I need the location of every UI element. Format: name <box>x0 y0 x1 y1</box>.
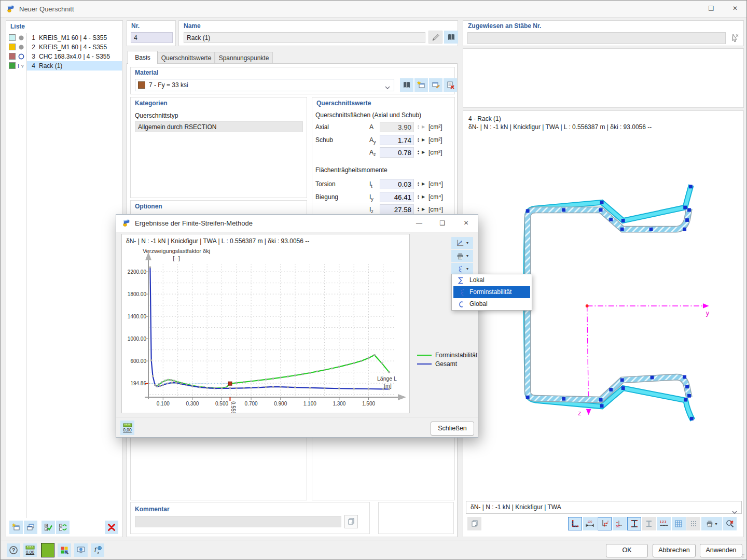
ibeam-disabled-button[interactable] <box>642 517 656 530</box>
palette-button[interactable] <box>58 543 71 557</box>
close-button[interactable]: ✕ <box>724 1 746 17</box>
popup-close-button[interactable]: ✕ <box>454 215 478 231</box>
apply-button[interactable]: Anwenden <box>700 544 742 557</box>
popup-minimize-button[interactable]: — <box>408 215 431 231</box>
value-row: TorsionIt▲▼▶[cm⁴] <box>312 179 454 190</box>
kommentar-copy-button[interactable] <box>344 515 358 528</box>
value-input[interactable] <box>380 179 414 189</box>
pick-members-button[interactable] <box>727 31 742 45</box>
svg-text:194.86: 194.86 <box>130 381 146 386</box>
display-button[interactable] <box>74 543 88 557</box>
popup-separator <box>116 417 478 417</box>
library-button[interactable] <box>444 31 458 44</box>
menu-item-global[interactable]: Global <box>452 298 532 310</box>
nr-label: Nr. <box>131 22 140 30</box>
value-input[interactable] <box>380 192 414 202</box>
printer-button[interactable]: ▾ <box>701 517 722 530</box>
node-marker <box>685 218 689 222</box>
detail-arrow[interactable]: ▶ <box>422 179 425 189</box>
svg-text:100: 100 <box>587 520 592 523</box>
maximize-button[interactable]: ❑ <box>700 1 723 17</box>
querschnittstyp-input[interactable] <box>135 121 303 132</box>
library-button[interactable] <box>400 78 413 92</box>
dots-grid-button[interactable] <box>686 517 700 530</box>
y-axis-label: y <box>706 309 710 317</box>
close-dialog-button[interactable]: Schließen <box>431 422 474 436</box>
popup-title-bar: Ergebnisse der Finite-Streifen-Methode —… <box>116 215 478 232</box>
detail-arrow[interactable]: ▶ <box>422 147 425 158</box>
menu-item-forminstabilität[interactable]: Forminstabilität <box>453 286 530 298</box>
detail-arrow[interactable]: ▶ <box>422 192 425 202</box>
section-color-swatch <box>9 34 16 41</box>
assigned-input[interactable] <box>467 32 726 44</box>
legend-entry: Gesamt <box>417 359 477 368</box>
mode-form-dropdown-button[interactable]: ▾ <box>451 263 473 275</box>
spinner[interactable]: ▲▼ <box>416 135 421 143</box>
delete-item-button[interactable] <box>105 521 118 534</box>
detail-arrow[interactable]: ▶ <box>422 204 425 215</box>
resize-grip[interactable]: ⠿ <box>741 554 745 559</box>
color-swatch-button[interactable] <box>41 543 54 557</box>
name-input[interactable] <box>184 32 425 43</box>
units-button[interactable]: 0,00 <box>23 543 37 557</box>
printer-dropdown-button[interactable]: ▾ <box>451 250 473 262</box>
nr-input[interactable] <box>131 32 173 43</box>
detail-arrow[interactable]: ▶ <box>422 135 425 145</box>
popup-maximize-button[interactable]: ❑ <box>431 215 454 231</box>
help-button[interactable]: ? <box>7 543 20 557</box>
svg-text:1.300: 1.300 <box>333 401 345 407</box>
spinner[interactable]: ▲▼ <box>416 192 421 200</box>
rename-button[interactable] <box>428 31 442 44</box>
dimensions-button[interactable]: 100 <box>583 517 597 530</box>
value-input[interactable] <box>380 204 414 215</box>
result-selector[interactable]: δN- | N : -1 kN | Knickfigur | TWA <box>466 501 742 514</box>
value-input[interactable] <box>380 147 414 158</box>
list-item[interactable]: 3CHC 168.3x4.0 | 4 - S355 <box>7 52 122 61</box>
stress-ibeam-button[interactable] <box>627 517 641 530</box>
tab-spannungspunkte[interactable]: Spannungspunkte <box>215 52 273 64</box>
tab-querschnittswerte[interactable]: Querschnittswerte <box>158 52 215 64</box>
units-button[interactable]: 0,00 <box>120 421 134 435</box>
menu-item-lokal[interactable]: Lokal <box>452 274 532 286</box>
value-input[interactable] <box>380 122 414 132</box>
list-item[interactable]: 1KREIS_M1 60 | 4 - S355 <box>7 33 122 43</box>
copy-item-button[interactable] <box>24 521 37 534</box>
kommentar-input[interactable] <box>135 516 341 527</box>
remove-material-button[interactable] <box>444 78 457 92</box>
edit-material-button[interactable] <box>429 78 442 92</box>
querschnittstyp-label: Querschnittstyp <box>135 112 178 119</box>
spinner[interactable]: ▲▼ <box>416 205 421 212</box>
unit-label: [cm⁴] <box>428 192 443 202</box>
zoom-cancel-button[interactable] <box>723 517 737 530</box>
profile-axes-button[interactable]: y <box>598 517 612 530</box>
app-icon <box>7 5 15 13</box>
list-item[interactable]: 2KREIS_M1 60 | 4 - S355 <box>7 43 122 52</box>
swap-selection-button[interactable] <box>56 521 70 534</box>
shear-center-button[interactable]: ✶SC <box>613 517 627 530</box>
spinner[interactable]: ▲▼ <box>416 179 421 187</box>
detail-arrow[interactable]: ▶ <box>422 122 425 132</box>
section-color-swatch <box>9 62 16 69</box>
new-material-button[interactable] <box>414 78 428 92</box>
cancel-button[interactable]: Abbrechen <box>653 544 696 557</box>
profile-outline-button[interactable] <box>568 517 582 530</box>
material-combobox[interactable]: 7 - Fy = 33 ksi <box>135 79 394 91</box>
list-item-label: KREIS_M1 60 | 4 - S355 <box>39 33 107 43</box>
chart-settings-dropdown-button[interactable]: ▾ <box>451 237 473 249</box>
z-axis-label: z <box>578 409 581 417</box>
svg-text:1.100: 1.100 <box>303 401 316 407</box>
spinner[interactable]: ▲▼ <box>416 148 421 155</box>
new-item-button[interactable] <box>9 521 23 534</box>
ok-button[interactable]: OK <box>606 544 648 557</box>
svg-text:[--]: [--] <box>173 255 179 261</box>
check-all-button[interactable] <box>42 521 55 534</box>
spinner[interactable]: ▲▼ <box>416 122 421 130</box>
value-input[interactable] <box>380 135 414 145</box>
numbering-button[interactable]: 1 2 3 <box>657 517 671 530</box>
tab-basis[interactable]: Basis <box>128 51 158 64</box>
node-marker <box>599 208 603 212</box>
filter-button[interactable] <box>467 517 481 530</box>
function-button[interactable]: fx <box>91 543 104 557</box>
grid-button[interactable] <box>672 517 686 530</box>
list-item[interactable]: I?4Rack (1) <box>7 61 122 71</box>
